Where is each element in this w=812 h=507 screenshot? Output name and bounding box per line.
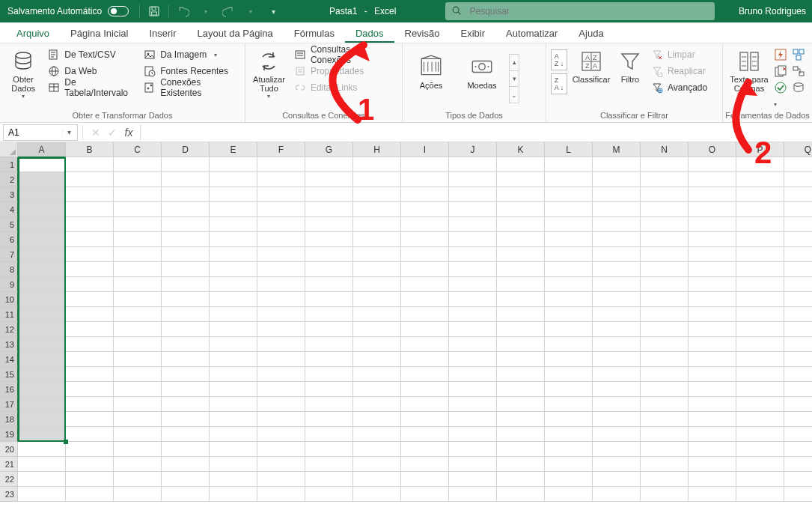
cell[interactable]: [689, 412, 736, 427]
cell[interactable]: [784, 262, 812, 277]
cell[interactable]: [353, 292, 401, 307]
scroll-more-icon[interactable]: ⌄: [510, 87, 519, 103]
cell[interactable]: [545, 307, 593, 322]
consultas-conexoes-button[interactable]: Consultas e Conexões: [291, 46, 397, 63]
cell[interactable]: [353, 442, 401, 457]
cell[interactable]: [305, 457, 353, 472]
row-header[interactable]: 9: [0, 277, 18, 292]
cell[interactable]: [18, 247, 66, 262]
cell[interactable]: [545, 157, 593, 172]
cell[interactable]: [689, 397, 736, 412]
cell[interactable]: [689, 292, 736, 307]
row-header[interactable]: 19: [0, 427, 18, 442]
cell[interactable]: [114, 172, 162, 187]
remove-duplicates-button[interactable]: [774, 64, 789, 79]
cell[interactable]: [353, 277, 401, 292]
cell[interactable]: [736, 412, 784, 427]
cell[interactable]: [736, 442, 784, 457]
cell[interactable]: [210, 367, 257, 382]
cell[interactable]: [497, 262, 545, 277]
cell[interactable]: [497, 172, 545, 187]
cell[interactable]: [593, 247, 641, 262]
cell[interactable]: [689, 217, 736, 232]
scroll-down-icon[interactable]: ▾: [510, 71, 519, 88]
classificar-button[interactable]: AZZA Classificar: [570, 46, 612, 102]
data-validation-button[interactable]: ▾: [774, 81, 789, 96]
scroll-up-icon[interactable]: ▴: [510, 55, 519, 71]
cell[interactable]: [689, 202, 736, 217]
name-box-dropdown-icon[interactable]: ▾: [62, 128, 76, 136]
obter-dados-button[interactable]: Obter Dados ▾: [4, 46, 42, 102]
cell[interactable]: [593, 472, 641, 487]
cell[interactable]: [545, 187, 593, 202]
cell[interactable]: [353, 397, 401, 412]
cell[interactable]: [18, 442, 66, 457]
row-header[interactable]: 10: [0, 292, 18, 307]
cell[interactable]: [736, 487, 784, 502]
cell[interactable]: [401, 337, 449, 352]
cell[interactable]: [114, 202, 162, 217]
cell[interactable]: [497, 217, 545, 232]
cell[interactable]: [305, 322, 353, 337]
cell[interactable]: [305, 187, 353, 202]
cell[interactable]: [449, 337, 497, 352]
cell[interactable]: [114, 187, 162, 202]
cell[interactable]: [497, 442, 545, 457]
cell[interactable]: [545, 457, 593, 472]
cell[interactable]: [689, 487, 736, 502]
cell[interactable]: [162, 232, 210, 247]
cell[interactable]: [18, 322, 66, 337]
tab-inserir[interactable]: Inserir: [138, 23, 186, 43]
cell[interactable]: [162, 487, 210, 502]
cell[interactable]: [66, 307, 114, 322]
cell[interactable]: [497, 457, 545, 472]
cell[interactable]: [497, 247, 545, 262]
cell[interactable]: [66, 382, 114, 397]
cell[interactable]: [162, 202, 210, 217]
cell[interactable]: [593, 187, 641, 202]
cell[interactable]: [162, 217, 210, 232]
cell[interactable]: [545, 172, 593, 187]
cell[interactable]: [784, 427, 812, 442]
row-header[interactable]: 21: [0, 457, 18, 472]
cell[interactable]: [641, 277, 689, 292]
cell[interactable]: [736, 352, 784, 367]
cell[interactable]: [689, 322, 736, 337]
cell[interactable]: [449, 172, 497, 187]
undo-icon[interactable]: [175, 3, 192, 19]
moedas-button[interactable]: Moedas: [458, 49, 506, 105]
cell[interactable]: [162, 292, 210, 307]
cell[interactable]: [210, 442, 257, 457]
cell[interactable]: [305, 442, 353, 457]
cell[interactable]: [401, 172, 449, 187]
cell[interactable]: [162, 427, 210, 442]
cell[interactable]: [257, 292, 305, 307]
cell[interactable]: [497, 232, 545, 247]
formula-input[interactable]: [140, 124, 812, 141]
select-all-corner[interactable]: [0, 142, 18, 157]
tab-ajuda[interactable]: Ajuda: [568, 23, 614, 43]
cell[interactable]: [449, 457, 497, 472]
cell[interactable]: [66, 262, 114, 277]
cell[interactable]: [641, 442, 689, 457]
cell-reference-input[interactable]: [4, 127, 62, 139]
cell[interactable]: [114, 307, 162, 322]
cell[interactable]: [162, 187, 210, 202]
column-header[interactable]: B: [66, 142, 114, 157]
row-header[interactable]: 20: [0, 442, 18, 457]
cell[interactable]: [210, 247, 257, 262]
flash-fill-button[interactable]: [774, 48, 789, 63]
cell[interactable]: [593, 457, 641, 472]
conexoes-existentes-button[interactable]: Conexões Existentes: [141, 79, 240, 96]
cell[interactable]: [18, 397, 66, 412]
acoes-button[interactable]: Ações: [407, 49, 455, 105]
cell[interactable]: [401, 292, 449, 307]
cell[interactable]: [449, 412, 497, 427]
cell[interactable]: [449, 397, 497, 412]
cell[interactable]: [66, 367, 114, 382]
cell[interactable]: [162, 337, 210, 352]
cell[interactable]: [210, 382, 257, 397]
cell[interactable]: [66, 172, 114, 187]
column-header[interactable]: A: [18, 142, 66, 157]
insert-function-icon[interactable]: fx: [120, 127, 137, 139]
